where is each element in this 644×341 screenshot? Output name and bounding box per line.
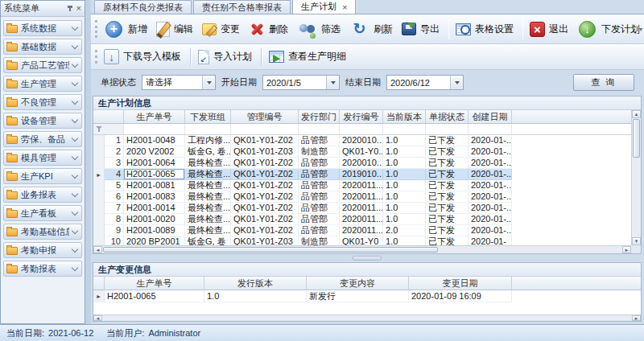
filter-cell-version[interactable] xyxy=(383,124,426,135)
cell-order_no[interactable]: H2001-0081 xyxy=(124,180,185,191)
cell-created[interactable]: 2020-01-... xyxy=(469,169,512,180)
cell-issue_dept[interactable]: 品管部 xyxy=(299,214,340,225)
toolbar-overflow-icon[interactable]: ▾ xyxy=(639,26,642,33)
cell-order_no[interactable]: H2001-0020 xyxy=(124,214,185,225)
cell-status[interactable]: 已下发 xyxy=(426,203,469,214)
cell-issue_no[interactable]: QK01-Y0 xyxy=(340,236,383,245)
cell-order_no[interactable]: H2001-0064 xyxy=(124,158,185,169)
table-row[interactable]: 1H2001-0048工程内修...QK01-Y01-Z02品管部2020010… xyxy=(93,135,631,146)
filter-cell-issue_dept[interactable] xyxy=(299,124,340,135)
cell-order_no[interactable]: H2001-0048 xyxy=(124,135,185,146)
cell-order_no[interactable]: H2001-0089 xyxy=(124,225,185,236)
cell-issue_dept[interactable]: 品管部 xyxy=(299,169,340,180)
scrollbar-thumb[interactable] xyxy=(633,119,640,158)
cell-version[interactable]: 1.0 xyxy=(383,203,426,214)
sidebar-splitter[interactable] xyxy=(85,0,91,324)
cell-change_content[interactable]: 新发行 xyxy=(307,290,409,302)
download-import-template-button[interactable]: 下载导入模板 xyxy=(101,45,187,68)
cell-created[interactable]: 2020-01-... xyxy=(469,214,512,225)
toolbar-grip[interactable] xyxy=(95,20,100,38)
cell-team[interactable]: 最终检查... xyxy=(185,225,231,236)
filter-cell-status[interactable] xyxy=(426,124,469,135)
cell-version[interactable]: 1.0 xyxy=(383,214,426,225)
cell-mgmt_no[interactable]: QK01-Y01-Z02 xyxy=(231,225,299,236)
toolbar-grip[interactable] xyxy=(95,50,100,64)
cell-mgmt_no[interactable]: QK01-Y01-Z02 xyxy=(231,203,299,214)
table-row[interactable]: 5H2001-0081最终检查...QK01-Y01-Z02品管部2020011… xyxy=(93,180,631,191)
pin-icon[interactable] xyxy=(67,5,74,12)
cell-team[interactable]: 钣金G, 卷 xyxy=(185,236,231,245)
cell-order_no[interactable]: H2001-0083 xyxy=(124,191,185,203)
import-plan-button[interactable]: 导入计划 xyxy=(195,46,258,68)
status-combo[interactable]: 请选择 xyxy=(142,75,216,90)
cell-version[interactable]: 1.0 xyxy=(383,146,426,158)
cell-version[interactable]: 1.0 xyxy=(383,158,426,169)
scroll-left-icon[interactable]: ◄ xyxy=(93,246,102,253)
cell-team[interactable]: 最终检查... xyxy=(185,214,231,225)
cell-created[interactable]: 2020-01-... xyxy=(469,225,512,236)
cell-team[interactable]: 最终检查... xyxy=(185,169,231,180)
exit-button[interactable]: 退出 xyxy=(526,18,574,41)
cell-version[interactable]: 1.0 xyxy=(383,169,426,180)
cell-issue_no[interactable]: QK01-Y0... xyxy=(340,146,383,158)
column-header-issue_dept[interactable]: 发行部门 xyxy=(299,110,340,124)
cell-issue_dept[interactable]: 制造部 xyxy=(299,146,340,158)
splitter-grip[interactable] xyxy=(353,256,382,261)
cell-mgmt_no[interactable]: QK01-Y01-Z02 xyxy=(231,191,299,203)
auto-filter-row[interactable] xyxy=(93,124,631,135)
table-row[interactable]: ►4H2001-0065最终检查...QK01-Y01-Z02品管部201901… xyxy=(93,169,631,180)
filter-cell-team[interactable] xyxy=(185,124,231,135)
sidebar-item-production-kpi[interactable]: 生产KPI xyxy=(3,168,82,184)
horizontal-scrollbar[interactable]: ◄ ► xyxy=(93,245,631,253)
cell-created[interactable]: 2020-01- xyxy=(469,236,512,245)
export-button[interactable]: 导出 xyxy=(398,18,445,40)
sidebar-item-business-reports[interactable]: 业务报表 xyxy=(3,187,82,203)
view-production-detail-button[interactable]: 查看生产明细 xyxy=(266,45,352,68)
cell-mgmt_no[interactable]: QK01-Y01-Z02 xyxy=(231,180,299,191)
cell-status[interactable]: 已下发 xyxy=(426,169,469,180)
sidebar-item-equipment-mgmt[interactable]: 设备管理 xyxy=(3,113,82,129)
cell-issue_dept[interactable]: 品管部 xyxy=(299,180,340,191)
column-header-issue_version[interactable]: 发行版本 xyxy=(204,277,307,290)
filter-cell-issue_no[interactable] xyxy=(340,124,383,135)
table-settings-button[interactable]: 表格设置 xyxy=(452,18,519,41)
cell-issue_no[interactable]: 2020011... xyxy=(340,225,383,236)
cell-team[interactable]: 最终检查... xyxy=(185,191,231,203)
cell-order_no[interactable]: H2001-0065 xyxy=(124,169,185,180)
cell-created[interactable]: 2020-01-... xyxy=(469,135,512,146)
cell-status[interactable]: 已下发 xyxy=(426,135,469,146)
sidebar-item-product-process-mgmt[interactable]: 产品工艺管理 xyxy=(3,57,82,73)
cell-status[interactable]: 已下发 xyxy=(426,214,469,225)
sidebar-item-production-kanban[interactable]: 生产看板 xyxy=(3,205,82,221)
filter-cell-created[interactable] xyxy=(469,124,512,135)
chevron-down-icon[interactable] xyxy=(450,76,463,89)
cell-issue_dept[interactable]: 品管部 xyxy=(299,135,340,146)
sidebar-item-labor-supplies[interactable]: 劳保、备品 xyxy=(3,131,82,147)
column-header-version[interactable]: 当前版本 xyxy=(383,110,426,124)
cell-team[interactable]: 最终检查... xyxy=(185,180,231,191)
cell-issue_dept[interactable]: 品管部 xyxy=(299,203,340,214)
horizontal-scrollbar[interactable]: ◄ ► xyxy=(93,314,641,321)
close-icon[interactable]: × xyxy=(76,4,81,13)
scroll-up-icon[interactable]: ▲ xyxy=(632,110,641,118)
column-header-created[interactable]: 创建日期 xyxy=(469,110,512,124)
cell-created[interactable]: 2020-01-... xyxy=(469,203,512,214)
cell-version[interactable]: 1.0 xyxy=(383,236,426,245)
cell-mgmt_no[interactable]: QK01-Y01-Z02 xyxy=(231,169,299,180)
cell-mgmt_no[interactable]: QK01-Y01-Z02 xyxy=(231,214,299,225)
sidebar-item-defect-mgmt[interactable]: 不良管理 xyxy=(3,94,82,110)
column-header-order_no[interactable]: 生产单号 xyxy=(105,277,204,290)
column-header-mgmt_no[interactable]: 管理编号 xyxy=(231,110,299,124)
cell-created[interactable]: 2020-01-... xyxy=(469,146,512,158)
cell-created[interactable]: 2020-01-... xyxy=(469,158,512,169)
start-date-combo[interactable]: 2020/1/5 xyxy=(262,75,340,90)
cell-team[interactable]: 钣金G, 卷... xyxy=(185,146,231,158)
cell-mgmt_no[interactable]: QK01-Y01-Z03 xyxy=(231,236,299,245)
cell-mgmt_no[interactable]: QK01-Y01-Z02 xyxy=(231,158,299,169)
cell-created[interactable]: 2020-01-... xyxy=(469,180,512,191)
vertical-scrollbar[interactable]: ▲ ▼ xyxy=(631,110,641,245)
cell-status[interactable]: 已下发 xyxy=(426,180,469,191)
table-row[interactable]: 8H2001-0020最终检查...QK01-Y01-Z02品管部2020011… xyxy=(93,214,631,225)
close-tab-icon[interactable]: × xyxy=(342,2,347,12)
filter-cell-mgmt_no[interactable] xyxy=(231,124,299,135)
